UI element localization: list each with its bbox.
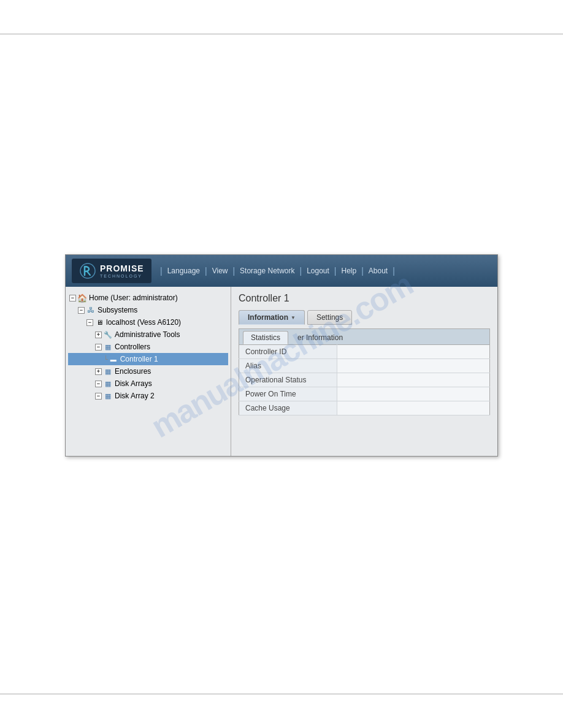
localhost-label: localhost (Vess A6120) xyxy=(106,318,181,327)
table-row: Power On Time xyxy=(239,387,490,401)
sidebar-item-disk-array-2[interactable]: − ▦ Disk Array 2 xyxy=(68,390,228,402)
table-cell-label: Power On Time xyxy=(239,387,337,401)
top-divider xyxy=(0,34,563,34)
sub-tab-statistics-label: Statistics xyxy=(251,333,280,342)
subsystems-label: Subsystems xyxy=(98,306,137,314)
sidebar-item-localhost[interactable]: − 🖥 localhost (Vess A6120) xyxy=(68,316,228,328)
nav-menu: | Language | View | Storage Network | Lo… xyxy=(158,265,491,276)
tab-information-label: Information xyxy=(248,313,288,322)
expand-enclosures[interactable]: + xyxy=(95,368,102,375)
table-cell-value xyxy=(337,345,490,359)
controller1-label: Controller 1 xyxy=(120,355,158,363)
expand-localhost[interactable]: − xyxy=(86,319,93,326)
panel-title: Controller 1 xyxy=(239,293,490,304)
table-cell-value xyxy=(337,401,490,415)
promise-logo-icon xyxy=(79,262,96,279)
nav-language[interactable]: Language xyxy=(165,265,202,276)
app-window: PROMISE TECHNOLOGY | Language | View | S… xyxy=(65,254,498,457)
sub-tabs-bar: Statistics er Information xyxy=(239,328,490,344)
nav-sep-6: | xyxy=(393,266,395,276)
bottom-divider xyxy=(0,694,563,694)
controller1-icon: ▬ xyxy=(109,354,118,364)
tab-information-dropdown[interactable]: ▼ xyxy=(291,315,296,320)
sidebar-item-disk-arrays[interactable]: − ▦ Disk Arrays xyxy=(68,377,228,390)
controllers-label: Controllers xyxy=(115,343,150,351)
expand-subsystems[interactable]: − xyxy=(78,307,85,314)
logo-promise-label: PROMISE xyxy=(100,264,144,273)
sidebar-item-controllers[interactable]: − ▦ Controllers xyxy=(68,341,228,353)
disk-array-2-label: Disk Array 2 xyxy=(115,392,155,400)
navbar: PROMISE TECHNOLOGY | Language | View | S… xyxy=(66,255,497,287)
sub-tab-controller-info[interactable]: er Information xyxy=(289,331,351,344)
table-cell-value xyxy=(337,373,490,387)
expand-controllers[interactable]: − xyxy=(95,344,102,351)
sidebar-item-admin-tools[interactable]: + 🔧 Administrative Tools xyxy=(68,328,228,341)
nav-sep-2: | xyxy=(232,266,235,276)
tab-settings[interactable]: Settings xyxy=(307,310,352,325)
enclosures-icon: ▦ xyxy=(103,366,113,376)
nav-sep-5: | xyxy=(361,266,364,276)
nav-about[interactable]: About xyxy=(366,265,390,276)
right-panel: Controller 1 Information ▼ Settings Stat… xyxy=(231,287,497,456)
main-tabs-bar: Information ▼ Settings xyxy=(239,310,490,325)
expand-home[interactable]: − xyxy=(69,295,76,301)
enclosures-label: Enclosures xyxy=(115,367,151,376)
nav-logout[interactable]: Logout xyxy=(304,265,332,276)
info-table: Controller ID Alias Operational Status P… xyxy=(239,344,490,415)
controllers-icon: ▦ xyxy=(103,342,113,352)
controller1-connector: └ xyxy=(104,355,108,363)
logo-technology-label: TECHNOLOGY xyxy=(100,274,144,278)
nav-sep-3: | xyxy=(299,266,302,276)
nav-sep-4: | xyxy=(334,266,337,276)
nav-storage-network[interactable]: Storage Network xyxy=(237,265,297,276)
table-cell-value xyxy=(337,359,490,373)
subsystems-icon: 🖧 xyxy=(86,305,96,315)
expand-disk-arrays[interactable]: − xyxy=(95,381,102,387)
admin-tools-label: Administrative Tools xyxy=(115,330,180,339)
home-icon: 🏠 xyxy=(77,293,87,303)
expand-disk-array-2[interactable]: − xyxy=(95,393,102,400)
table-cell-label: Operational Status xyxy=(239,373,337,387)
sidebar-item-home[interactable]: − 🏠 Home (User: administrator) xyxy=(68,292,228,304)
table-row: Alias xyxy=(239,359,490,373)
logo-area: PROMISE TECHNOLOGY xyxy=(72,259,151,283)
tab-settings-label: Settings xyxy=(316,313,343,322)
sidebar-item-subsystems[interactable]: − 🖧 Subsystems xyxy=(68,304,228,316)
table-cell-label: Controller ID xyxy=(239,345,337,359)
sidebar-item-enclosures[interactable]: + ▦ Enclosures xyxy=(68,365,228,377)
admin-tools-icon: 🔧 xyxy=(103,330,113,339)
home-label: Home (User: administrator) xyxy=(89,294,178,302)
sub-tab-statistics[interactable]: Statistics xyxy=(243,331,288,344)
table-row: Cache Usage xyxy=(239,401,490,415)
disk-arrays-icon: ▦ xyxy=(103,379,113,389)
table-row: Operational Status xyxy=(239,373,490,387)
table-cell-label: Cache Usage xyxy=(239,401,337,415)
table-cell-value xyxy=(337,387,490,401)
disk-arrays-label: Disk Arrays xyxy=(115,379,152,388)
tab-information[interactable]: Information ▼ xyxy=(239,310,305,325)
localhost-icon: 🖥 xyxy=(94,317,104,327)
sidebar: − 🏠 Home (User: administrator) − 🖧 Subsy… xyxy=(66,287,231,456)
nav-sep-1: | xyxy=(205,266,207,276)
sub-tab-controller-info-label: er Information xyxy=(297,333,343,342)
logo-text: PROMISE TECHNOLOGY xyxy=(100,264,144,278)
expand-admin-tools[interactable]: + xyxy=(95,332,102,338)
nav-view[interactable]: View xyxy=(210,265,231,276)
disk-array-2-icon: ▦ xyxy=(103,391,113,401)
main-area: − 🏠 Home (User: administrator) − 🖧 Subsy… xyxy=(66,287,497,456)
nav-sep-0: | xyxy=(160,266,163,276)
table-row: Controller ID xyxy=(239,345,490,359)
sidebar-item-controller1[interactable]: └ ▬ Controller 1 xyxy=(68,353,228,365)
table-cell-label: Alias xyxy=(239,359,337,373)
nav-help[interactable]: Help xyxy=(339,265,359,276)
